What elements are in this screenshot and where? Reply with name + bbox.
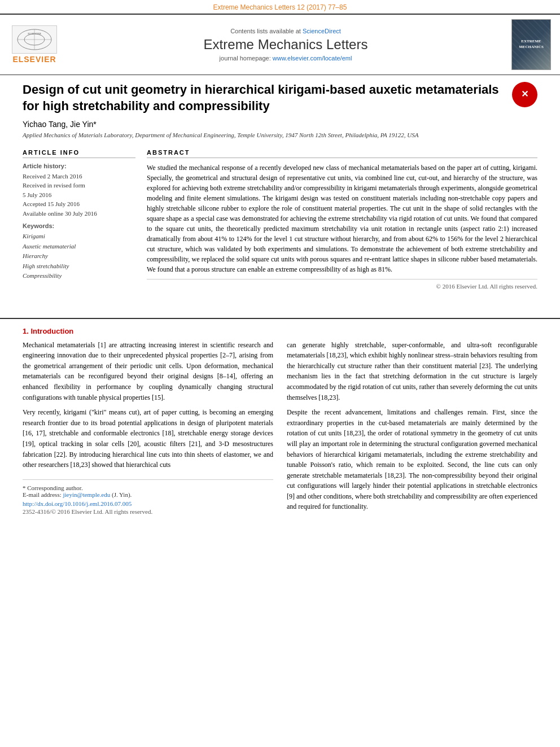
journal-header: ELSEVIER ELSEVIER Contents lists availab… (0, 14, 560, 75)
journal-homepage-line: journal homepage: www.elsevier.com/locat… (65, 55, 506, 62)
svg-text:ELSEVIER: ELSEVIER (28, 32, 41, 35)
keyword-2: Auxetic metamaterial (23, 242, 135, 252)
body-content: 1. Introduction Mechanical metamaterials… (0, 327, 560, 517)
citation-text: Extreme Mechanics Letters 12 (2017) 77–8… (213, 3, 347, 11)
contents-available-line: Contents lists available at ScienceDirec… (65, 28, 506, 34)
doi-link[interactable]: http://dx.doi.org/10.1016/j.eml.2016.07.… (23, 500, 273, 507)
history-label: Article history: (23, 163, 135, 169)
elsevier-name-label: ELSEVIER (12, 55, 56, 64)
sciencedirect-link[interactable]: ScienceDirect (303, 28, 341, 34)
abstract-heading: ABSTRACT (147, 149, 537, 158)
title-area: Design of cut unit geometry in hierarchi… (23, 82, 537, 114)
journal-title: Extreme Mechanics Letters (65, 37, 506, 53)
issn-line: 2352-4316/© 2016 Elsevier Ltd. All right… (23, 508, 273, 515)
intro-para-1: Mechanical metamaterials [1] are attract… (23, 340, 273, 403)
email-line: E-mail address: jieyin@temple.edu (J. Yi… (23, 491, 273, 498)
crossmark-badge: ✕ (512, 82, 537, 107)
intro-two-col: Mechanical metamaterials [1] are attract… (23, 340, 537, 517)
abstract-text: We studied the mechanical response of a … (147, 163, 537, 274)
footnote-star-line: * Corresponding author. (23, 484, 273, 491)
intro-section-title: 1. Introduction (23, 327, 537, 335)
article-info-abstract: ARTICLE INFO Article history: Received 2… (23, 149, 537, 290)
intro-para-4: Despite the recent advancement, limitati… (287, 407, 537, 512)
keyword-5: Compressibility (23, 271, 135, 281)
affiliation-text: Applied Mechanics of Materials Laborator… (23, 131, 537, 139)
article-info-panel: ARTICLE INFO Article history: Received 2… (23, 149, 135, 290)
keywords-label: Keywords: (23, 222, 135, 229)
article-main: Design of cut unit geometry in hierarchi… (0, 75, 560, 310)
elsevier-logo-image: ELSEVIER (12, 25, 57, 54)
keyword-3: Hierarchy (23, 251, 135, 261)
journal-cover-image: EXTREME MECHANICS (511, 19, 551, 70)
abstract-panel: ABSTRACT We studied the mechanical respo… (147, 149, 537, 290)
article-info-heading: ARTICLE INFO (23, 149, 135, 158)
intro-para-3: can generate highly stretchable, super-c… (287, 340, 537, 403)
dates-block: Received 2 March 2016 Received in revise… (23, 172, 135, 219)
authors-line: Yichao Tang, Jie Yin* (23, 120, 537, 129)
keyword-1: Kirigami (23, 231, 135, 242)
copyright-notice: © 2016 Elsevier Ltd. All rights reserved… (147, 279, 537, 290)
paper-title: Design of cut unit geometry in hierarchi… (23, 82, 537, 114)
intro-col1: Mechanical metamaterials [1] are attract… (23, 340, 273, 517)
intro-col2: can generate highly stretchable, super-c… (287, 340, 537, 517)
journal-center-info: Contents lists available at ScienceDirec… (65, 28, 506, 62)
footnotes: * Corresponding author. E-mail address: … (23, 479, 273, 515)
journal-citation: Extreme Mechanics Letters 12 (2017) 77–8… (0, 0, 560, 14)
keyword-4: High stretchability (23, 261, 135, 272)
intro-para-2: Very recently, kirigami ("kiri" means cu… (23, 407, 273, 470)
section-divider (0, 318, 560, 319)
elsevier-logo: ELSEVIER ELSEVIER (9, 25, 60, 64)
homepage-link[interactable]: www.elsevier.com/locate/eml (273, 55, 352, 62)
email-link[interactable]: jieyin@temple.edu (63, 491, 110, 498)
